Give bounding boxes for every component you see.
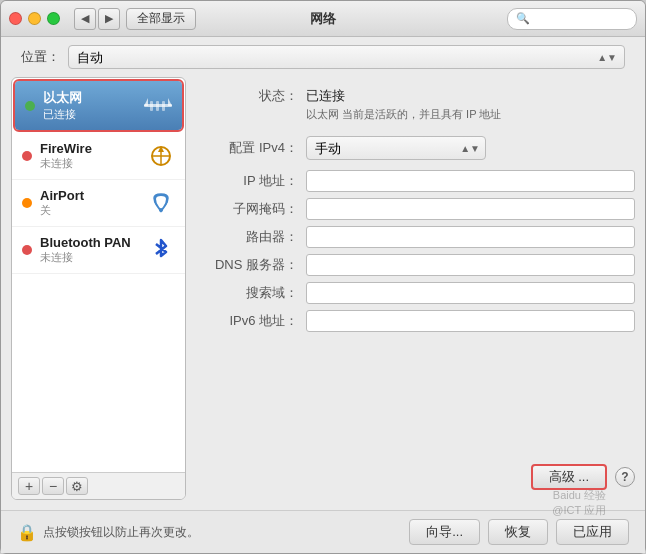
status-row: 状态： 已连接 以太网 当前是活跃的，并且具有 IP 地址 <box>196 87 635 122</box>
maximize-button[interactable] <box>47 12 60 25</box>
svg-marker-2 <box>168 98 172 106</box>
sidebar-item-name-airport: AirPort <box>40 188 139 203</box>
lock-text: 点按锁按钮以防止再次更改。 <box>43 524 199 541</box>
field-row-dns: DNS 服务器： <box>196 254 635 276</box>
sidebar-item-airport[interactable]: AirPort 关 <box>12 180 185 227</box>
field-row-ip: IP 地址： <box>196 170 635 192</box>
svg-rect-4 <box>156 101 159 111</box>
svg-marker-1 <box>144 98 148 106</box>
sidebar-item-name-firewire: FireWire <box>40 141 139 156</box>
sidebar-item-name-bluetooth: Bluetooth PAN <box>40 235 139 250</box>
sidebar-item-status-firewire: 未连接 <box>40 156 139 171</box>
location-select[interactable]: 自动 办公室 家庭 <box>68 45 625 69</box>
router-input[interactable] <box>306 226 635 248</box>
field-row-ipv6: IPv6 地址： <box>196 310 635 332</box>
dns-input[interactable] <box>306 254 635 276</box>
ip-address-input[interactable] <box>306 170 635 192</box>
subnet-mask-label: 子网掩码： <box>196 200 306 218</box>
status-label: 状态： <box>196 87 306 105</box>
status-dot-firewire <box>22 151 32 161</box>
ipv6-label: IPv6 地址： <box>196 312 306 330</box>
sidebar-item-bluetooth-pan[interactable]: Bluetooth PAN 未连接 <box>12 227 185 274</box>
forward-button[interactable]: ▶ <box>98 8 120 30</box>
minimize-button[interactable] <box>28 12 41 25</box>
dns-label: DNS 服务器： <box>196 256 306 274</box>
router-label: 路由器： <box>196 228 306 246</box>
help-button[interactable]: ? <box>615 467 635 487</box>
advanced-button[interactable]: 高级 ... <box>531 464 607 490</box>
bottom-bar: 🔒 点按锁按钮以防止再次更改。 向导... 恢复 已应用 <box>1 510 645 553</box>
window-title: 网络 <box>310 10 336 28</box>
revert-button[interactable]: 恢复 <box>488 519 548 545</box>
svg-point-10 <box>159 208 163 212</box>
ipv4-row: 配置 IPv4： 手动 使用 DHCP 使用带有手动地址的 DHCP BOOTP… <box>196 136 635 160</box>
lock-icon: 🔒 <box>17 523 37 542</box>
ipv4-label: 配置 IPv4： <box>196 139 306 157</box>
bottom-buttons: 向导... 恢复 已应用 <box>409 519 629 545</box>
ipv4-select[interactable]: 手动 使用 DHCP 使用带有手动地址的 DHCP BOOTP 仅限于本地链路 … <box>306 136 486 160</box>
network-settings-button[interactable]: ⚙ <box>66 477 88 495</box>
search-domain-input[interactable] <box>306 282 635 304</box>
search-box[interactable]: 🔍 <box>507 8 637 30</box>
sidebar-list: 以太网 已连接 <box>12 78 185 472</box>
field-row-subnet: 子网掩码： <box>196 198 635 220</box>
sidebar-item-ethernet[interactable]: 以太网 已连接 <box>15 81 182 130</box>
location-bar: 位置： 自动 办公室 家庭 ▲▼ <box>1 37 645 77</box>
apply-button[interactable]: 已应用 <box>556 519 629 545</box>
location-select-wrap[interactable]: 自动 办公室 家庭 ▲▼ <box>68 45 625 69</box>
close-button[interactable] <box>9 12 22 25</box>
ipv4-select-wrap[interactable]: 手动 使用 DHCP 使用带有手动地址的 DHCP BOOTP 仅限于本地链路 … <box>306 136 486 160</box>
sidebar-bottom: + − ⚙ <box>12 472 185 499</box>
sidebar-item-firewire[interactable]: FireWire 未连接 <box>12 133 185 180</box>
lock-area[interactable]: 🔒 点按锁按钮以防止再次更改。 <box>17 523 401 542</box>
remove-network-button[interactable]: − <box>42 477 64 495</box>
watermark: Baidu 经验@ICT 应用 <box>552 488 606 518</box>
main-content: 以太网 已连接 <box>1 77 645 510</box>
sidebar-item-status-airport: 关 <box>40 203 139 218</box>
assist-button[interactable]: 向导... <box>409 519 480 545</box>
status-dot-ethernet <box>25 101 35 111</box>
field-row-search: 搜索域： <box>196 282 635 304</box>
svg-rect-3 <box>150 101 153 111</box>
add-network-button[interactable]: + <box>18 477 40 495</box>
sidebar-item-status-bluetooth: 未连接 <box>40 250 139 265</box>
search-input[interactable] <box>534 12 624 26</box>
sidebar-item-name-ethernet: 以太网 <box>43 89 136 107</box>
ipv6-input[interactable] <box>306 310 635 332</box>
sidebar: 以太网 已连接 <box>11 77 186 500</box>
titlebar: ◀ ▶ 全部显示 网络 🔍 <box>1 1 645 37</box>
status-dot-bluetooth <box>22 245 32 255</box>
ip-address-label: IP 地址： <box>196 172 306 190</box>
airport-icon <box>147 189 175 217</box>
subnet-mask-input[interactable] <box>306 198 635 220</box>
ethernet-icon <box>144 92 172 120</box>
bluetooth-icon <box>147 236 175 264</box>
back-button[interactable]: ◀ <box>74 8 96 30</box>
status-dot-airport <box>22 198 32 208</box>
search-domain-label: 搜索域： <box>196 284 306 302</box>
field-row-router: 路由器： <box>196 226 635 248</box>
location-label: 位置： <box>21 48 60 66</box>
sidebar-item-status-ethernet: 已连接 <box>43 107 136 122</box>
right-panel: 状态： 已连接 以太网 当前是活跃的，并且具有 IP 地址 配置 IPv4： 手… <box>196 77 635 500</box>
status-sub: 以太网 当前是活跃的，并且具有 IP 地址 <box>306 107 635 122</box>
search-icon: 🔍 <box>516 12 530 25</box>
firewire-icon <box>147 142 175 170</box>
show-all-button[interactable]: 全部显示 <box>126 8 196 30</box>
svg-rect-5 <box>162 101 165 111</box>
status-value: 已连接 <box>306 88 345 103</box>
